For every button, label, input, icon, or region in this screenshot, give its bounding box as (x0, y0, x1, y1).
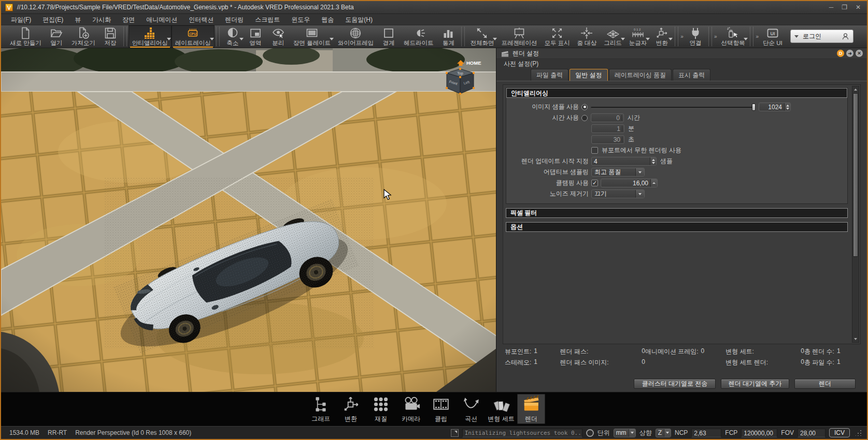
pixel-filter-section[interactable]: 픽셀 필터 (506, 208, 848, 218)
toolbar-button-transform[interactable]: 변환 (650, 25, 673, 48)
home-label[interactable]: HOME (466, 60, 481, 66)
dropdown-arrow-icon[interactable] (744, 38, 748, 40)
clock-icon[interactable] (586, 429, 594, 437)
adaptive-sampling-dropdown[interactable]: 최고 품질 (591, 168, 645, 177)
home-icon[interactable] (457, 60, 464, 66)
toolbar-button-antialiasing[interactable]: 안티앨리어싱 (129, 25, 172, 48)
viewport-3d[interactable]: HOME Top Front Left (1, 48, 496, 392)
menu-view[interactable]: 뷰 (69, 14, 87, 25)
toolbar-button-boundary[interactable]: 경계 (377, 25, 400, 48)
dropdown-arrow-icon[interactable] (167, 38, 171, 40)
menu-rendering[interactable]: 렌더링 (219, 14, 249, 25)
menu-file[interactable]: 파일(F) (5, 14, 37, 25)
image-samples-spinbox[interactable]: 1024 (759, 102, 791, 111)
console-icon[interactable] (451, 429, 459, 437)
toolbar-button-save[interactable]: 저장 (99, 25, 122, 48)
tab-display-output[interactable]: 표시 출력 (673, 69, 710, 81)
toolbar-button-ruler[interactable]: 0 1 2눈금자 (625, 25, 651, 48)
toolbar-button-statistics[interactable]: 통계 (437, 25, 460, 48)
hours-field[interactable]: 0 (591, 113, 624, 122)
menu-script[interactable]: 스크립트 (249, 14, 286, 25)
dock-button-variant-sets[interactable]: 변형 세트 (487, 394, 515, 424)
slider-handle[interactable] (752, 104, 756, 111)
toolbar-button-fullscreen[interactable]: 전체화면 (466, 25, 497, 48)
overflow-chevron-icon[interactable]: » (714, 34, 717, 39)
tab-file-output[interactable]: 파일 출력 (531, 69, 568, 81)
menu-scene[interactable]: 장면 (117, 14, 140, 25)
toolbar-button-region[interactable]: 영역 (244, 25, 267, 48)
dropdown-arrow-icon[interactable] (210, 38, 214, 40)
up-axis-dropdown[interactable]: Z (656, 429, 671, 437)
toolbar-button-headlight[interactable]: 헤드라이트 (400, 25, 437, 48)
panel-close-button[interactable]: ✕ (856, 50, 863, 57)
clamping-checkbox[interactable] (591, 180, 598, 186)
toolbar-button-connect[interactable]: 연결 (684, 25, 707, 48)
dock-button-curve[interactable]: 곡선 (457, 394, 485, 424)
dock-button-camera[interactable]: 카메라 (397, 394, 425, 424)
presets-menu[interactable]: 사전 설정(P) (496, 59, 867, 69)
menu-edit[interactable]: 편집(E) (37, 14, 69, 25)
dropdown-arrow-icon[interactable] (330, 38, 334, 40)
menu-visualize[interactable]: 가시화 (87, 14, 117, 25)
options-section[interactable]: 옵션 (506, 222, 848, 232)
clamping-spinbox[interactable]: 16,00 (601, 179, 658, 187)
dropdown-arrow-icon[interactable] (646, 38, 650, 40)
panel-header[interactable]: 렌더 설정 D ➜ ✕ (496, 48, 867, 59)
close-button[interactable]: ✕ (856, 4, 861, 11)
toolbar-button-grid[interactable]: 그리드 (600, 25, 625, 48)
panel-arrow-button[interactable]: ➜ (846, 50, 853, 57)
antialiasing-header[interactable]: 안티앨리어싱 (506, 88, 847, 98)
scroll-thumb[interactable] (853, 93, 858, 257)
seconds-field[interactable]: 30 (591, 135, 624, 144)
navigation-cube[interactable]: HOME Top Front Left (437, 57, 484, 97)
fov-field[interactable]: 28,00 (798, 429, 826, 437)
dropdown-arrow-icon[interactable] (239, 38, 244, 40)
menu-interaction[interactable]: 인터랙션 (183, 14, 219, 25)
overflow-chevron-icon[interactable]: » (680, 34, 684, 39)
dropdown-arrow-icon[interactable] (668, 38, 673, 40)
toolbar-button-selection[interactable]: 선택항목 (717, 25, 748, 48)
unit-dropdown[interactable]: mm (614, 429, 636, 437)
image-samples-slider[interactable] (591, 104, 756, 111)
dropdown-arrow-icon[interactable] (621, 38, 625, 40)
menu-webshop[interactable]: 웹솜 (316, 14, 339, 25)
toolbar-button-wireframe[interactable]: 와이어프레임 (334, 25, 377, 48)
toolbar-button-raytracing[interactable]: CPU레이트레이싱 (172, 25, 215, 48)
menu-help[interactable]: 도움말(H) (339, 14, 378, 25)
dock-toggle-button[interactable]: D (837, 50, 844, 57)
toolbar-button-isolate[interactable]: 분리 (267, 25, 290, 48)
tab-raytracing-quality[interactable]: 레이트레이싱 품질 (609, 69, 672, 81)
dock-button-clip[interactable]: 클립 (427, 394, 455, 424)
infinite-render-checkbox[interactable] (591, 147, 598, 154)
dock-button-transform[interactable]: 변환 (337, 394, 365, 424)
render-queue-button[interactable]: 렌더 대기열에 추가 (721, 379, 789, 389)
login-button[interactable]: 로그인 (790, 30, 853, 43)
minutes-field[interactable]: 1 (591, 124, 624, 133)
toolbar-button-backplate[interactable]: 장면 플레이트 (290, 25, 334, 48)
toolbar-button-import[interactable]: 가져오기 (68, 25, 99, 48)
status-message-field[interactable]: Initializing lightsources took 0... (462, 429, 582, 437)
dock-button-graph[interactable]: 그래프 (307, 394, 335, 424)
toolbar-button-downscale[interactable]: 축소 (221, 25, 244, 48)
dock-button-render[interactable]: 렌더 (517, 394, 545, 424)
minimize-button[interactable]: ─ (829, 4, 834, 11)
render-update-spinbox[interactable]: 4 (591, 157, 657, 166)
image-samples-radio[interactable] (581, 104, 588, 110)
denoiser-dropdown[interactable]: 끄기 (591, 189, 645, 198)
dock-button-material[interactable]: 재질 (367, 394, 395, 424)
tab-general-settings[interactable]: 일반 설정 (570, 69, 607, 81)
cluster-queue-button[interactable]: 클러스터 대기열로 전송 (634, 379, 716, 389)
ncp-field[interactable]: 2,63 (691, 429, 721, 437)
toolbar-button-new-file[interactable]: 새로 만들기 (6, 25, 45, 48)
toolbar-button-presentation[interactable]: 프레젠테이션 (497, 25, 540, 48)
toolbar-button-open[interactable]: 열기 (45, 25, 68, 48)
menu-window[interactable]: 윈도우 (286, 14, 316, 25)
dropdown-arrow-icon[interactable] (493, 38, 497, 40)
icv-button[interactable]: ICV (829, 428, 850, 437)
restore-button[interactable]: ❐ (842, 4, 847, 11)
render-scene[interactable] (1, 48, 496, 392)
toolbar-button-simple-ui[interactable]: UI단순 UI (759, 25, 786, 48)
toolbar-button-show-all[interactable]: 모두 표시 (540, 25, 573, 48)
menu-animation[interactable]: 애니메이션 (140, 14, 183, 25)
fcp-field[interactable]: 120000,00 (741, 429, 777, 437)
